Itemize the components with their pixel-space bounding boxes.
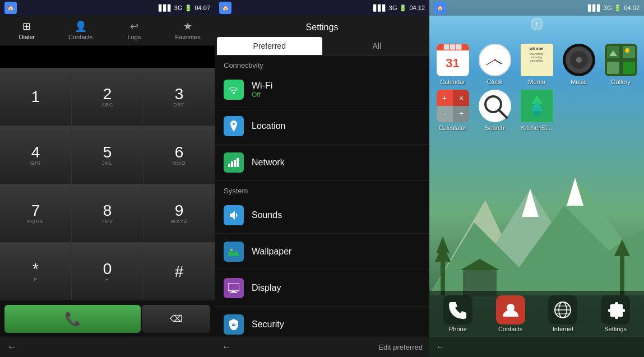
settings-item-display[interactable]: Display (215, 270, 429, 307)
network-name: Network (252, 157, 420, 168)
tab-all[interactable]: All (325, 37, 430, 55)
status-left: 🏠 (4, 2, 17, 14)
dialpad-area: 1 2ABC 3DEF 4GHI 5JKL 6MNO 7PQRS 8TUV 9W… (0, 45, 215, 337)
dock-contacts[interactable]: Contacts (484, 295, 537, 332)
svg-rect-20 (620, 251, 624, 295)
clock-center (494, 59, 496, 61)
app-calendar[interactable]: ⬜⬜⬜ 31 Calendar (434, 44, 471, 85)
app-clock[interactable]: Clock (476, 44, 513, 85)
tab-dialer[interactable]: ⊞ Dialer (0, 16, 54, 45)
dock-settings[interactable]: Settings (589, 295, 642, 332)
app-gallery[interactable]: Gallery (602, 44, 640, 85)
sounds-name: Sounds (252, 210, 420, 220)
dialer-time: 04:07 (194, 4, 210, 11)
settings-edit-button[interactable]: Edit preferred (378, 343, 423, 351)
app-kitchensi[interactable]: KitchenSi... (518, 90, 555, 131)
settings-item-network[interactable]: Network (215, 145, 429, 181)
network-text: Network (252, 157, 420, 168)
network-type: 3G (174, 4, 183, 11)
favorites-icon: ★ (183, 20, 192, 33)
key-2[interactable]: 2ABC (72, 68, 143, 126)
section-connectivity: Connectivity (215, 55, 429, 72)
svg-rect-28 (623, 62, 635, 74)
key-5[interactable]: 5JKL (72, 126, 143, 184)
dialer-panel: 🏠 ▋▋▋ 3G 🔋 04:07 ⊞ Dialer 👤 Contacts ↩ L… (0, 0, 215, 357)
settings-status-bar: 🏠 ▋▋▋ 3G 🔋 04:12 (215, 0, 429, 16)
home-time: 04:02 (624, 4, 640, 11)
tab-favorites[interactable]: ★ Favorites (161, 16, 215, 45)
internet-dock-icon (548, 295, 577, 324)
security-name: Security (252, 319, 420, 330)
settings-network: 3G (389, 4, 397, 11)
svg-text:÷: ÷ (459, 109, 464, 118)
app-memo[interactable]: winner everything amazing something Memo (518, 44, 555, 85)
logs-icon: ↩ (130, 20, 138, 33)
clock-label: Clock (487, 78, 503, 85)
location-icon (224, 116, 244, 136)
settings-item-wallpaper[interactable]: Wallpaper (215, 234, 429, 270)
key-1[interactable]: 1 (0, 68, 71, 126)
gallery-label: Gallery (611, 78, 631, 85)
svg-text:+: + (442, 94, 446, 103)
svg-rect-6 (228, 283, 239, 291)
home-back-bar: ← (429, 337, 644, 357)
tab-contacts[interactable]: 👤 Contacts (54, 16, 108, 45)
tab-logs[interactable]: ↩ Logs (108, 16, 161, 45)
key-7[interactable]: 7PQRS (0, 184, 71, 242)
home-back-button[interactable]: ← (436, 342, 445, 352)
call-button[interactable]: 📞 (4, 305, 141, 333)
key-6[interactable]: 6MNO (143, 126, 215, 184)
key-8[interactable]: 8TUV (72, 184, 143, 242)
tab-dialer-label: Dialer (19, 34, 35, 40)
app-grid: ⬜⬜⬜ 31 Calendar Clock winner everything … (429, 16, 644, 136)
wallpaper-name: Wallpaper (252, 247, 420, 257)
settings-item-sounds[interactable]: Sounds (215, 197, 429, 234)
settings-item-security[interactable]: Security (215, 307, 429, 337)
home-status-right: ▋▋▋ 3G 🔋 04:02 (588, 4, 640, 12)
settings-home-icon[interactable]: 🏠 (219, 2, 231, 14)
settings-item-wifi[interactable]: Wi-Fi Off (215, 72, 429, 108)
key-star[interactable]: *P (0, 243, 71, 300)
wifi-icon (224, 80, 244, 100)
settings-item-location[interactable]: Location (215, 108, 429, 145)
home-icon[interactable]: 🏠 (4, 2, 17, 14)
tab-favorites-label: Favorites (175, 34, 201, 40)
home-home-icon[interactable]: 🏠 (434, 2, 446, 14)
app-search[interactable]: Search (476, 90, 513, 131)
dock-phone-label: Phone (449, 326, 467, 332)
app-calculator[interactable]: + × − ÷ Calculator (434, 90, 471, 131)
settings-status-left: 🏠 (219, 2, 231, 14)
home-signal: ▋▋▋ (588, 4, 601, 12)
svg-rect-8 (230, 292, 237, 293)
svg-rect-2 (234, 160, 236, 167)
key-9[interactable]: 9WXYZ (143, 184, 215, 242)
home-network: 3G (604, 4, 612, 11)
svg-rect-3 (237, 158, 239, 167)
svg-point-23 (576, 57, 582, 63)
dialer-icon: ⊞ (22, 20, 31, 33)
delete-button[interactable]: ⌫ (142, 305, 210, 333)
app-music[interactable]: Music (560, 44, 597, 85)
dock-phone[interactable]: Phone (432, 295, 484, 332)
key-3[interactable]: 3DEF (143, 68, 215, 126)
dock-settings-label: Settings (604, 326, 627, 332)
network-icon (224, 152, 244, 173)
sounds-text: Sounds (252, 210, 420, 220)
dialer-back-button[interactable]: ← (7, 341, 17, 353)
svg-text:×: × (458, 94, 463, 103)
settings-back-button[interactable]: ← (221, 341, 231, 353)
call-bar: 📞 ⌫ (0, 300, 215, 337)
svg-point-30 (625, 48, 629, 53)
battery-indicator: 🔋 (184, 4, 192, 12)
dock-internet[interactable]: Internet (537, 295, 590, 332)
calendar-label: Calendar (440, 78, 465, 85)
clock-face (479, 44, 511, 76)
key-4[interactable]: 4GHI (0, 126, 71, 184)
settings-time: 04:12 (409, 4, 425, 11)
key-hash[interactable]: # (143, 243, 215, 300)
key-0[interactable]: 0+ (72, 243, 143, 300)
dock-internet-label: Internet (553, 326, 573, 332)
tab-preferred[interactable]: Preferred (217, 37, 322, 55)
settings-title: Settings (215, 20, 429, 37)
signal-indicator: ▋▋▋ (159, 4, 172, 12)
